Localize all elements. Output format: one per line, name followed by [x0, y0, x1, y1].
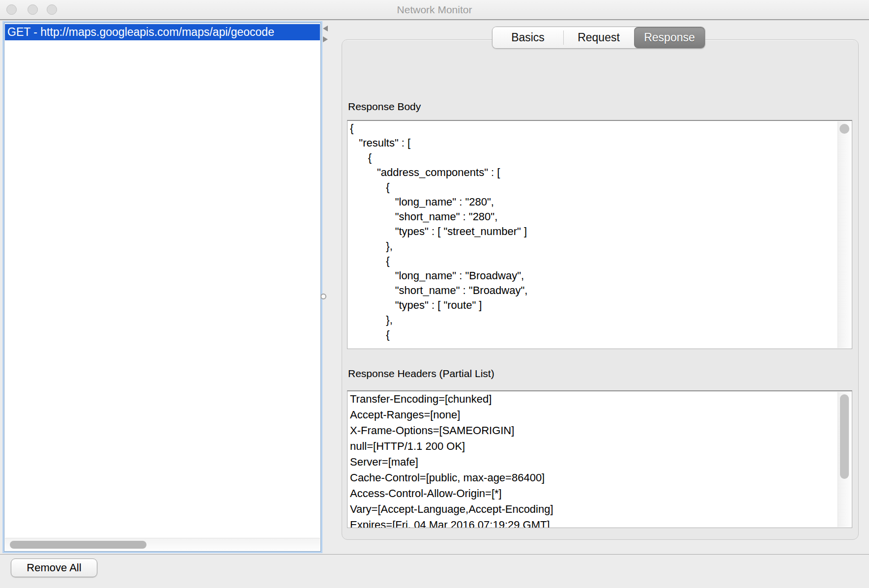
response-header-line: Access-Control-Allow-Origin=[*] — [348, 486, 852, 501]
response-body-line: "types" : [ "street_number" ] — [348, 224, 852, 239]
response-body-line: "address_components" : [ — [348, 165, 852, 180]
response-header-line: Vary=[Accept-Language,Accept-Encoding] — [348, 501, 852, 517]
footer-separator — [0, 554, 869, 555]
tab-request[interactable]: Request — [563, 27, 634, 48]
response-header-line: Cache-Control=[public, max-age=86400] — [348, 470, 852, 486]
response-body-line: { — [348, 327, 852, 342]
tab-basics[interactable]: Basics — [492, 27, 563, 48]
response-body-line: "long_name" : "Broadway", — [348, 268, 852, 283]
tab-response[interactable]: Response — [634, 27, 705, 48]
response-body-line: "short_name" : "Broadway", — [348, 283, 852, 298]
response-headers-label: Response Headers (Partial List) — [348, 368, 494, 380]
response-body-line: }, — [348, 239, 852, 254]
response-body-line: "long_name" : "280", — [348, 195, 852, 209]
horizontal-scrollbar-thumb[interactable] — [10, 541, 146, 549]
response-headers-textarea[interactable]: Transfer-Encoding=[chunked]Accept-Ranges… — [347, 390, 852, 528]
response-body-line: { — [348, 180, 852, 195]
response-header-line: null=[HTTP/1.1 200 OK] — [348, 439, 852, 454]
remove-all-button[interactable]: Remove All — [11, 559, 97, 577]
response-header-line: Transfer-Encoding=[chunked] — [348, 391, 852, 407]
response-header-line: Expires=[Fri, 04 Mar 2016 07:19:29 GMT] — [348, 517, 852, 528]
response-body-line: "short_name" : "280", — [348, 209, 852, 224]
response-body-line: { — [348, 150, 852, 165]
splitter-collapse-right-icon[interactable] — [323, 36, 328, 42]
splitter-grip[interactable] — [320, 294, 326, 299]
response-header-line: Server=[mafe] — [348, 454, 852, 470]
window-title: Network Monitor — [0, 4, 869, 16]
response-body-scrollbar[interactable] — [838, 121, 851, 348]
response-headers-scrollbar-thumb[interactable] — [840, 394, 849, 479]
response-body-line: { — [348, 254, 852, 268]
response-body-line: }, — [348, 313, 852, 327]
title-bar: Network Monitor — [0, 0, 869, 20]
response-body-scrollbar-thumb[interactable] — [840, 124, 849, 134]
response-headers-scrollbar[interactable] — [838, 392, 851, 527]
response-body-line: "types" : [ "route" ] — [348, 298, 852, 313]
response-body-label: Response Body — [348, 101, 421, 113]
horizontal-scrollbar[interactable] — [5, 538, 320, 551]
response-body-textarea[interactable]: { "results" : [ { "address_components" :… — [347, 120, 852, 349]
detail-tabbar: Basics Request Response — [492, 27, 705, 48]
response-body-line: { — [348, 121, 852, 136]
request-list-item-selected[interactable]: GET - http://maps.googleapis.com/maps/ap… — [5, 24, 320, 40]
response-header-line: X-Frame-Options=[SAMEORIGIN] — [348, 423, 852, 439]
request-list[interactable]: GET - http://maps.googleapis.com/maps/ap… — [4, 23, 321, 552]
splitter-collapse-left-icon[interactable] — [323, 26, 328, 31]
response-header-line: Accept-Ranges=[none] — [348, 407, 852, 423]
response-body-line: "results" : [ — [348, 136, 852, 150]
